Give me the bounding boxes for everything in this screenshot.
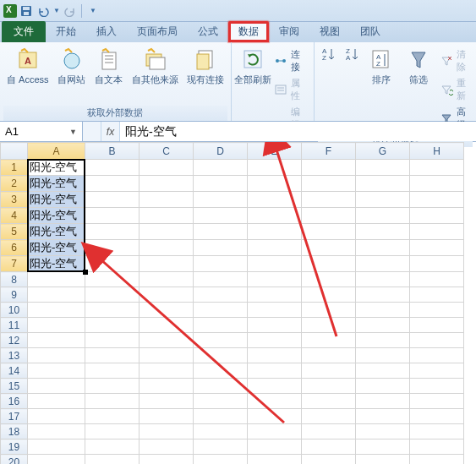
cell-F15[interactable] [302,379,356,394]
cell-G13[interactable] [356,348,410,363]
col-header-A[interactable]: A [28,143,85,160]
cell-C6[interactable] [140,240,194,256]
cell-G5[interactable] [356,224,410,240]
cell-C7[interactable] [140,256,194,272]
cell-C1[interactable] [140,160,194,176]
row-header-9[interactable]: 9 [1,287,28,303]
cell-H20[interactable] [410,455,464,465]
cell-G8[interactable] [356,272,410,287]
btn-connections[interactable]: 连接 [272,47,310,74]
tab-团队[interactable]: 团队 [350,21,391,42]
cell-D10[interactable] [194,303,248,318]
row-header-19[interactable]: 19 [1,439,28,455]
tab-页面布局[interactable]: 页面布局 [127,21,188,42]
cell-H18[interactable] [410,424,464,439]
cell-E3[interactable] [248,192,302,208]
cell-B7[interactable] [85,256,140,272]
cell-A9[interactable] [28,287,85,303]
cell-F11[interactable] [302,318,356,333]
cell-G3[interactable] [356,192,410,208]
btn-clear-filter[interactable]: 清除 [438,47,472,74]
row-header-4[interactable]: 4 [1,208,28,224]
cell-G6[interactable] [356,240,410,256]
cell-G11[interactable] [356,318,410,333]
cell-E14[interactable] [248,363,302,379]
cell-A3[interactable]: 阳光-空气 [28,192,85,208]
row-header-10[interactable]: 10 [1,303,28,318]
cell-A6[interactable]: 阳光-空气 [28,240,85,256]
cell-C16[interactable] [140,394,194,409]
cell-C5[interactable] [140,224,194,240]
col-header-F[interactable]: F [302,143,356,160]
cell-H6[interactable] [410,240,464,256]
cell-G17[interactable] [356,409,410,424]
cell-E12[interactable] [248,333,302,348]
btn-sort[interactable]: AZ 排序 [364,44,399,86]
btn-from-web[interactable]: 自网站 [54,44,90,86]
cell-H9[interactable] [410,287,464,303]
tab-视图[interactable]: 视图 [309,21,350,42]
qat-customize[interactable]: ▼ [85,3,101,19]
cell-G9[interactable] [356,287,410,303]
cell-D2[interactable] [194,176,248,192]
cell-C8[interactable] [140,272,194,287]
btn-existing-conn[interactable]: 现有连接 [183,44,227,86]
cell-H1[interactable] [410,160,464,176]
tab-file[interactable]: 文件 [2,21,46,42]
cell-H3[interactable] [410,192,464,208]
cell-F18[interactable] [302,424,356,439]
cell-H11[interactable] [410,318,464,333]
cell-E9[interactable] [248,287,302,303]
btn-sort-desc[interactable]: ZA [341,44,362,66]
cell-F19[interactable] [302,439,356,455]
cell-H4[interactable] [410,208,464,224]
cell-H15[interactable] [410,379,464,394]
cell-D8[interactable] [194,272,248,287]
cell-F6[interactable] [302,240,356,256]
col-header-C[interactable]: C [140,143,194,160]
cell-G7[interactable] [356,256,410,272]
cell-C9[interactable] [140,287,194,303]
cell-D6[interactable] [194,240,248,256]
cell-D15[interactable] [194,379,248,394]
cell-A7[interactable]: 阳光-空气 [28,256,85,272]
cell-E2[interactable] [248,176,302,192]
cell-D16[interactable] [194,394,248,409]
col-header-G[interactable]: G [356,143,410,160]
cell-C2[interactable] [140,176,194,192]
col-header-H[interactable]: H [410,143,464,160]
cell-H2[interactable] [410,176,464,192]
row-header-20[interactable]: 20 [1,455,28,465]
cell-F7[interactable] [302,256,356,272]
cell-E4[interactable] [248,208,302,224]
cell-D9[interactable] [194,287,248,303]
qat-undo-dd[interactable]: ▼ [52,3,61,19]
cell-A19[interactable] [28,439,85,455]
cell-C15[interactable] [140,379,194,394]
cell-G15[interactable] [356,379,410,394]
row-header-11[interactable]: 11 [1,318,28,333]
cell-F13[interactable] [302,348,356,363]
cell-B14[interactable] [85,363,140,379]
cell-E20[interactable] [248,455,302,465]
cell-H19[interactable] [410,439,464,455]
cell-B4[interactable] [85,208,140,224]
cell-H10[interactable] [410,303,464,318]
btn-properties[interactable]: 属性 [272,76,310,103]
spreadsheet-grid[interactable]: ABCDEFGH1阳光-空气2阳光-空气3阳光-空气4阳光-空气5阳光-空气6阳… [0,142,464,464]
tab-公式[interactable]: 公式 [188,21,228,42]
fx-icon[interactable]: fx [101,122,120,141]
cell-F5[interactable] [302,224,356,240]
cell-G12[interactable] [356,333,410,348]
cell-E15[interactable] [248,379,302,394]
row-header-8[interactable]: 8 [1,272,28,287]
cell-F14[interactable] [302,363,356,379]
cell-C17[interactable] [140,409,194,424]
cell-H16[interactable] [410,394,464,409]
cell-F12[interactable] [302,333,356,348]
row-header-2[interactable]: 2 [1,176,28,192]
cell-E1[interactable] [248,160,302,176]
col-header-D[interactable]: D [194,143,248,160]
cell-A13[interactable] [28,348,85,363]
cell-C11[interactable] [140,318,194,333]
